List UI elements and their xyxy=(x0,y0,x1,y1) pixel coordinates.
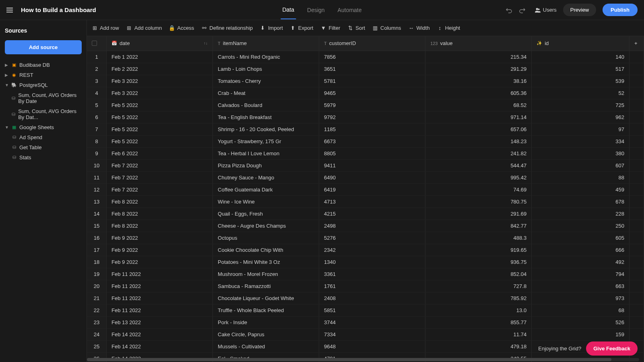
cell-customerid[interactable]: 3651 xyxy=(319,63,425,75)
cell-date[interactable]: Feb 3 2022 xyxy=(107,75,213,87)
cell-itemname[interactable]: Wine - Ice Wine xyxy=(213,195,319,208)
cell-itemname[interactable]: Cookie Chocolate Chip With xyxy=(213,244,319,256)
cell-itemname[interactable]: Pork - Inside xyxy=(213,316,319,328)
cell-id[interactable]: 97 xyxy=(532,123,630,135)
cell-itemname[interactable]: Octopus xyxy=(213,232,319,244)
add-source-button[interactable]: Add source xyxy=(5,40,82,54)
toolbar-export[interactable]: ⬆Export xyxy=(290,25,314,31)
toolbar-height[interactable]: ↕Height xyxy=(437,25,460,31)
table-row[interactable]: 12 Feb 7 2022 Coffee Guatemala Dark 6419… xyxy=(87,183,644,195)
cell-value[interactable]: 936.75 xyxy=(425,256,532,268)
tree-item-query1[interactable]: ⛁ Sum, Count, AVG Orders By Date xyxy=(0,90,87,106)
cell-id[interactable]: 962 xyxy=(532,111,630,123)
cell-itemname[interactable]: Tea - Herbal I Love Lemon xyxy=(213,147,319,159)
cell-value[interactable]: 842.77 xyxy=(425,220,532,232)
cell-date[interactable]: Feb 11 2022 xyxy=(107,304,213,316)
tree-item-adspend[interactable]: ⛁ Ad Spend xyxy=(0,132,87,142)
cell-date[interactable]: Feb 5 2022 xyxy=(107,99,213,111)
table-row[interactable]: 4 Feb 3 2022 Crab - Meat 9465 605.36 52 xyxy=(87,87,644,99)
table-row[interactable]: 18 Feb 9 2022 Potatoes - Mini White 3 Oz… xyxy=(87,256,644,268)
toolbar-add-column[interactable]: ⊞Add column xyxy=(126,25,162,31)
cell-itemname[interactable]: Cake Circle, Paprus xyxy=(213,328,319,340)
cell-value[interactable]: 605.36 xyxy=(425,87,532,99)
cell-id[interactable]: 526 xyxy=(532,316,630,328)
cell-itemname[interactable]: Tomatoes - Cherry xyxy=(213,75,319,87)
table-row[interactable]: 15 Feb 8 2022 Cheese - Augre Des Champs … xyxy=(87,220,644,232)
cell-id[interactable]: 159 xyxy=(532,328,630,340)
cell-value[interactable]: 919.65 xyxy=(425,244,532,256)
tree-item-gsheets[interactable]: ▼ ▦ Google Sheets xyxy=(0,122,87,132)
cell-date[interactable]: Feb 8 2022 xyxy=(107,208,213,220)
cell-date[interactable]: Feb 5 2022 xyxy=(107,123,213,135)
horizontal-scrollbar[interactable] xyxy=(87,358,639,361)
cell-value[interactable]: 971.14 xyxy=(425,111,532,123)
table-row[interactable]: 5 Feb 5 2022 Calvados - Boulard 5979 68.… xyxy=(87,99,644,111)
cell-date[interactable]: Feb 1 2022 xyxy=(107,51,213,63)
toolbar-add-row[interactable]: ⊞Add row xyxy=(92,25,119,31)
cell-itemname[interactable]: Chocolate Liqueur - Godet White xyxy=(213,292,319,304)
cell-customerid[interactable]: 1340 xyxy=(319,256,425,268)
cell-itemname[interactable]: Mussels - Cultivated xyxy=(213,340,319,352)
table-row[interactable]: 21 Feb 11 2022 Chocolate Liqueur - Godet… xyxy=(87,292,644,304)
tree-item-postgres[interactable]: ▼ 🐘 PostgreSQL xyxy=(0,80,87,90)
cell-date[interactable]: Feb 5 2022 xyxy=(107,135,213,147)
cell-id[interactable]: 607 xyxy=(532,159,630,171)
cell-value[interactable]: 74.69 xyxy=(425,183,532,195)
cell-date[interactable]: Feb 9 2022 xyxy=(107,232,213,244)
cell-itemname[interactable]: Calvados - Boulard xyxy=(213,99,319,111)
cell-date[interactable]: Feb 11 2022 xyxy=(107,280,213,292)
undo-icon[interactable] xyxy=(506,7,512,13)
cell-itemname[interactable]: Chutney Sauce - Mango xyxy=(213,171,319,183)
cell-value[interactable]: 11.74 xyxy=(425,328,532,340)
cell-value[interactable]: 215.34 xyxy=(425,51,532,63)
cell-id[interactable]: 334 xyxy=(532,135,630,147)
menu-icon[interactable] xyxy=(6,7,13,13)
toolbar-sort[interactable]: ⇅Sort xyxy=(347,25,365,31)
cell-id[interactable]: 140 xyxy=(532,51,630,63)
cell-customerid[interactable]: 7856 xyxy=(319,51,425,63)
cell-itemname[interactable]: Shrimp - 16 - 20 Cooked, Peeled xyxy=(213,123,319,135)
tree-item-rest[interactable]: ▶ ◉ REST xyxy=(0,70,87,80)
cell-value[interactable]: 13.0 xyxy=(425,304,532,316)
cell-value[interactable]: 855.77 xyxy=(425,316,532,328)
cell-id[interactable]: 250 xyxy=(532,220,630,232)
cell-value[interactable]: 148.23 xyxy=(425,135,532,147)
toolbar-width[interactable]: ↔Width xyxy=(408,25,429,31)
cell-itemname[interactable]: Lamb - Loin Chops xyxy=(213,63,319,75)
cell-date[interactable]: Feb 13 2022 xyxy=(107,316,213,328)
cell-customerid[interactable]: 6673 xyxy=(319,135,425,147)
cell-customerid[interactable]: 2342 xyxy=(319,244,425,256)
toolbar-columns[interactable]: ▥Columns xyxy=(372,25,401,31)
cell-value[interactable]: 780.75 xyxy=(425,195,532,208)
cell-itemname[interactable]: Mushroom - Morel Frozen xyxy=(213,268,319,280)
cell-customerid[interactable]: 4215 xyxy=(319,208,425,220)
tree-item-budibase[interactable]: ▶ ▣ Budibase DB xyxy=(0,60,87,70)
cell-value[interactable]: 241.82 xyxy=(425,147,532,159)
cell-id[interactable]: 794 xyxy=(532,268,630,280)
toolbar-relationship[interactable]: ⚯Define relationship xyxy=(201,25,253,31)
cell-customerid[interactable]: 5781 xyxy=(319,75,425,87)
cell-date[interactable]: Feb 2 2022 xyxy=(107,63,213,75)
table-row[interactable]: 23 Feb 13 2022 Pork - Inside 3744 855.77… xyxy=(87,316,644,328)
feedback-button[interactable]: Give Feedback xyxy=(586,341,638,356)
cell-value[interactable]: 852.04 xyxy=(425,268,532,280)
cell-customerid[interactable]: 8805 xyxy=(319,147,425,159)
table-row[interactable]: 11 Feb 7 2022 Chutney Sauce - Mango 6490… xyxy=(87,171,644,183)
cell-itemname[interactable]: Truffle - Whole Black Peeled xyxy=(213,304,319,316)
table-row[interactable]: 20 Feb 11 2022 Sambuca - Ramazzotti 1761… xyxy=(87,280,644,292)
cell-itemname[interactable]: Carrots - Mini Red Organic xyxy=(213,51,319,63)
preview-button[interactable]: Preview xyxy=(563,4,596,16)
cell-customerid[interactable]: 9792 xyxy=(319,111,425,123)
cell-date[interactable]: Feb 5 2022 xyxy=(107,111,213,123)
tree-item-query2[interactable]: ⛁ Sum, Count, AVG Orders By Dat... xyxy=(0,106,87,122)
tab-data[interactable]: Data xyxy=(281,1,296,19)
cell-date[interactable]: Feb 9 2022 xyxy=(107,256,213,268)
header-date[interactable]: 📅date↑↓ xyxy=(107,36,213,51)
cell-date[interactable]: Feb 9 2022 xyxy=(107,244,213,256)
table-container[interactable]: 📅date↑↓ TitemName TcustomerID 123value xyxy=(87,36,644,362)
header-checkbox[interactable] xyxy=(87,36,107,51)
cell-itemname[interactable]: Tea - English Breakfast xyxy=(213,111,319,123)
cell-customerid[interactable]: 7334 xyxy=(319,328,425,340)
users-link[interactable]: Users xyxy=(535,7,557,13)
cell-id[interactable]: 52 xyxy=(532,87,630,99)
